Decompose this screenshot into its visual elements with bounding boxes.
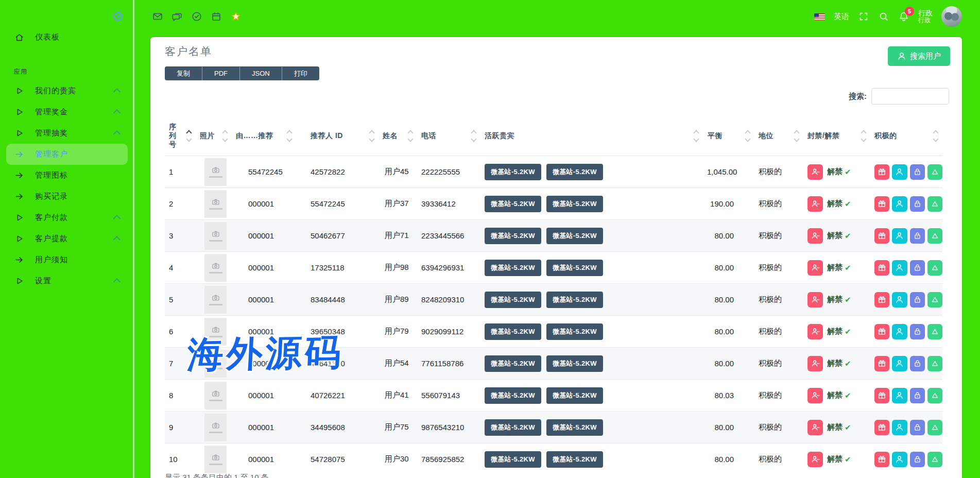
lock-button[interactable] [910, 164, 925, 180]
export-button-group: 复制 PDF JSON 打印 [165, 66, 319, 80]
triangle-icon [931, 231, 939, 240]
bonus-button[interactable] [874, 260, 889, 276]
sidebar-item-label: 管理抽奖 [35, 128, 68, 138]
column-header-ban-unban[interactable]: 封禁/解禁 [803, 116, 870, 156]
lock-button[interactable] [910, 420, 925, 435]
lock-button[interactable] [910, 452, 925, 467]
pdf-button[interactable]: PDF [202, 66, 240, 80]
ban-user-button[interactable] [807, 452, 823, 467]
bonus-button[interactable] [874, 196, 889, 212]
sidebar-item-purchase-records[interactable]: 购买记录 [0, 186, 133, 207]
column-header-referred-by[interactable]: 由……推荐 [232, 116, 296, 156]
referrer-id-cell: 83484448 [296, 284, 379, 316]
bonus-button[interactable] [874, 452, 889, 467]
profile-button[interactable] [892, 292, 907, 308]
gift-icon [878, 167, 886, 176]
column-header-active-vip[interactable]: 活跃贵宾 [480, 116, 703, 156]
upgrade-button[interactable] [927, 196, 942, 212]
lock-button[interactable] [910, 356, 925, 371]
column-header-photo[interactable]: 照片 [196, 116, 232, 156]
sidebar-item-settings[interactable]: 设置 [0, 270, 133, 292]
fullscreen-icon[interactable] [858, 11, 869, 22]
column-header-phone[interactable]: 电话 [417, 116, 480, 156]
unban-label: 解禁 [827, 422, 843, 432]
ban-user-button[interactable] [807, 164, 823, 180]
upgrade-button[interactable] [927, 324, 942, 339]
notifications[interactable]: 5 [898, 11, 909, 22]
search-icon[interactable] [878, 11, 889, 22]
print-button[interactable]: 打印 [282, 66, 319, 80]
upgrade-button[interactable] [927, 228, 942, 244]
avatar[interactable] [941, 6, 962, 27]
search-input[interactable] [871, 88, 949, 105]
profile-button[interactable] [892, 324, 907, 339]
upgrade-button[interactable] [927, 420, 942, 435]
sidebar-item-manage-customers[interactable]: 管理客户 [6, 144, 128, 165]
copy-button[interactable]: 复制 [165, 66, 202, 80]
sidebar-item-dashboard[interactable]: 仪表板 [0, 27, 133, 48]
upgrade-button[interactable] [927, 356, 942, 371]
profile-button[interactable] [892, 228, 907, 244]
profile-button[interactable] [892, 356, 907, 371]
play-icon [14, 128, 24, 138]
lock-button[interactable] [910, 196, 925, 212]
sidebar-item-manage-icons[interactable]: 管理图标 [0, 165, 133, 186]
sidebar-item-our-vips[interactable]: 我们的贵宾 [0, 80, 133, 101]
ban-user-button[interactable] [807, 356, 823, 371]
ban-user-button[interactable] [807, 196, 823, 212]
lock-button[interactable] [910, 292, 925, 308]
language-selector[interactable]: 英语 [834, 12, 849, 22]
upgrade-button[interactable] [927, 164, 942, 180]
profile-button[interactable] [892, 164, 907, 180]
calendar-icon[interactable] [211, 11, 222, 22]
ban-user-button[interactable] [807, 228, 823, 244]
sidebar-item-manage-lottery[interactable]: 管理抽奖 [0, 123, 133, 144]
bonus-button[interactable] [874, 420, 889, 435]
bonus-button[interactable] [874, 324, 889, 339]
column-header-actions[interactable]: 积极的 [870, 116, 942, 156]
lock-button[interactable] [910, 388, 925, 403]
profile-button[interactable] [892, 420, 907, 435]
topbar: 英语 5 行政 行政 [134, 0, 980, 33]
ban-user-button[interactable] [807, 388, 823, 403]
user-minus-icon [811, 327, 820, 336]
profile-button[interactable] [892, 452, 907, 467]
ban-user-button[interactable] [807, 420, 823, 435]
bonus-button[interactable] [874, 292, 889, 308]
sidebar-item-manage-bonus[interactable]: 管理奖金 [0, 101, 133, 123]
upgrade-button[interactable] [927, 292, 942, 308]
star-icon[interactable] [230, 11, 242, 22]
json-button[interactable]: JSON [240, 66, 282, 80]
profile-button[interactable] [892, 196, 907, 212]
upgrade-button[interactable] [927, 260, 942, 276]
sidebar-item-customer-payments[interactable]: 客户付款 [0, 207, 133, 228]
mail-icon[interactable] [152, 11, 163, 22]
column-header-status[interactable]: 地位 [754, 116, 803, 156]
ban-user-button[interactable] [807, 324, 823, 339]
sidebar-toggle-icon[interactable] [112, 11, 124, 22]
user-icon [895, 391, 904, 400]
ban-user-button[interactable] [807, 260, 823, 276]
lock-button[interactable] [910, 228, 925, 244]
profile-button[interactable] [892, 388, 907, 403]
column-header-balance[interactable]: 平衡 [703, 116, 754, 156]
sidebar-item-user-notice[interactable]: 用户须知 [0, 249, 133, 270]
check-icon: ✔ [845, 167, 851, 177]
search-user-button[interactable]: 搜索用户 [888, 46, 950, 66]
ban-user-button[interactable] [807, 292, 823, 308]
upgrade-button[interactable] [927, 388, 942, 403]
chat-icon[interactable] [171, 11, 183, 22]
lock-button[interactable] [910, 260, 925, 276]
bonus-button[interactable] [874, 164, 889, 180]
profile-button[interactable] [892, 260, 907, 276]
column-header-name[interactable]: 姓名 [379, 116, 417, 156]
sidebar-item-customer-withdrawals[interactable]: 客户提款 [0, 228, 133, 249]
column-header-serial[interactable]: 序列号 [165, 116, 196, 156]
bonus-button[interactable] [874, 356, 889, 371]
lock-button[interactable] [910, 324, 925, 339]
bonus-button[interactable] [874, 228, 889, 244]
check-circle-icon[interactable] [191, 11, 202, 22]
column-header-referrer-id[interactable]: 推荐人 ID [296, 116, 379, 156]
upgrade-button[interactable] [927, 452, 942, 467]
bonus-button[interactable] [874, 388, 889, 403]
